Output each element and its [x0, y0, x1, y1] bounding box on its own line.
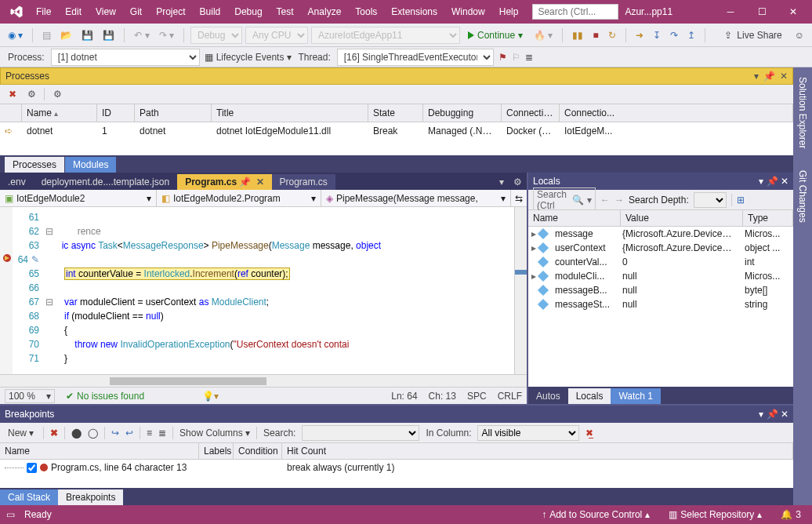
ln-indicator[interactable]: Ln: 64 [391, 391, 417, 402]
tab-deployment[interactable]: deployment.de....template.json [34, 174, 177, 190]
flag-icon[interactable]: ⚑ [498, 52, 507, 63]
ch-indicator[interactable]: Ch: 13 [429, 391, 456, 402]
close-button[interactable]: ✕ [778, 0, 809, 24]
close-tab-icon[interactable]: ✕ [256, 176, 264, 187]
feedback-icon[interactable]: ☺ [792, 28, 807, 42]
attach-icon[interactable]: ⚙ [25, 88, 38, 100]
fold-gutter[interactable]: ⊟ ⊟ [44, 207, 55, 374]
tab-program-2[interactable]: Program.cs [272, 174, 335, 190]
step-into-icon[interactable]: ↧ [650, 28, 664, 42]
code-editor[interactable]: 61626364✎65666768697071 ⊟ ⊟ rence ic asy… [0, 207, 527, 374]
pin-icon[interactable]: 📌 [767, 409, 778, 420]
panel-close-icon[interactable]: ✕ [780, 71, 788, 82]
col-conntarget[interactable]: Connectio... [560, 104, 793, 122]
filter-icon[interactable]: ⚙ [51, 88, 63, 100]
pin-icon[interactable]: 📌 [767, 176, 778, 187]
pin-icon[interactable]: 📌 [763, 71, 775, 82]
detach-icon[interactable]: ✖ [6, 88, 19, 100]
horizontal-scrollbar[interactable] [0, 374, 527, 387]
notifications-button[interactable]: 🔔3 [776, 509, 806, 520]
add-source-control-button[interactable]: ↑ Add to Source Control ▴ [537, 509, 654, 520]
stop-icon[interactable]: ■ [589, 28, 601, 42]
col-id[interactable]: ID [97, 104, 135, 122]
menu-edit[interactable]: Edit [59, 3, 88, 20]
tab-env[interactable]: .env [0, 174, 34, 190]
menu-test[interactable]: Test [270, 3, 300, 20]
issues-indicator[interactable]: ✔No issues found [66, 391, 144, 402]
step-out-icon[interactable]: ↥ [684, 28, 698, 42]
break-all-icon[interactable]: ▮▮ [569, 28, 586, 42]
tab-locals[interactable]: Locals [568, 388, 611, 404]
stack-frame-icon[interactable]: ≣ [525, 52, 533, 63]
expand-icon[interactable]: ⊞ [737, 195, 745, 206]
col-labels[interactable]: Labels [199, 443, 234, 459]
maximize-button[interactable]: ☐ [746, 0, 778, 24]
menu-help[interactable]: Help [493, 3, 525, 20]
col-debugging[interactable]: Debugging [423, 104, 502, 122]
col-path[interactable]: Path [135, 104, 212, 122]
menu-analyze[interactable]: Analyze [302, 3, 348, 20]
panel-menu-icon[interactable]: ▾ [759, 409, 763, 420]
clear-search-icon[interactable]: ✖̲ [585, 428, 593, 438]
col-conntype[interactable]: Connectio... [502, 104, 560, 122]
local-row[interactable]: messageSt...nullstring [528, 297, 793, 311]
tab-processes[interactable]: Processes [5, 157, 64, 173]
menu-view[interactable]: View [89, 3, 122, 20]
disable-all-icon[interactable]: ◯ [88, 428, 98, 438]
nav-project[interactable]: IotEdgeModule2 [16, 193, 85, 204]
tab-settings-icon[interactable]: ⚙ [509, 174, 527, 190]
tab-modules[interactable]: Modules [65, 157, 116, 173]
local-row[interactable]: ▸message{Microsoft.Azure.Devices.Cl...Mi… [528, 227, 793, 241]
import-icon[interactable]: ↩ [125, 428, 133, 438]
nav-class[interactable]: IotEdgeModule2.Program [173, 193, 281, 204]
step-over-icon[interactable]: ↷ [667, 28, 681, 42]
tab-overflow-icon[interactable]: ▾ [495, 174, 509, 190]
menu-file[interactable]: File [30, 3, 57, 20]
menu-tools[interactable]: Tools [349, 3, 383, 20]
col-state[interactable]: State [368, 104, 423, 122]
col-value[interactable]: Value [621, 210, 743, 226]
goto-disasm-icon[interactable]: ≣ [158, 428, 166, 438]
lightbulb-icon[interactable]: 💡▾ [202, 391, 219, 402]
bp-incolumn-select[interactable]: All visible [477, 425, 579, 441]
quick-search-input[interactable] [532, 4, 618, 20]
show-next-icon[interactable]: ➜ [633, 28, 647, 42]
local-row[interactable]: counterVal...0int [528, 255, 793, 269]
zoom-select[interactable]: 100 %▾ [5, 389, 55, 403]
redo-icon[interactable]: ↷ ▾ [156, 28, 177, 42]
select-repository-button[interactable]: ▥ Select Repository ▴ [664, 509, 767, 520]
restart-icon[interactable]: ↻ [605, 28, 619, 42]
save-icon[interactable]: 💾 [78, 28, 96, 42]
config-select[interactable]: Debug [190, 27, 242, 44]
menu-project[interactable]: Project [150, 3, 191, 20]
menu-window[interactable]: Window [445, 3, 491, 20]
locals-search-input[interactable]: Search (Ctrl🔍▾ [533, 187, 596, 213]
panel-menu-icon[interactable]: ▾ [754, 71, 759, 82]
live-share-button[interactable]: ⇪ Live Share [718, 30, 788, 41]
nav-method[interactable]: PipeMessage(Message message, [336, 193, 478, 204]
code-content[interactable]: rence ic async Task<MessageResponse> Pip… [55, 207, 527, 374]
panel-menu-icon[interactable]: ▾ [759, 176, 763, 187]
goto-source-icon[interactable]: ≡ [147, 428, 152, 438]
target-select[interactable]: AzureIotEdgeApp11 [311, 27, 460, 44]
process-select[interactable]: [1] dotnet [51, 49, 200, 66]
lifecycle-events-button[interactable]: ▦ Lifecycle Events ▾ [205, 52, 292, 63]
platform-select[interactable]: Any CPU [245, 27, 308, 44]
minimize-button[interactable]: ─ [715, 0, 746, 24]
process-row[interactable]: ➪ dotnet 1 dotnet dotnet IotEdgeModule11… [0, 122, 793, 140]
open-icon[interactable]: 📂 [57, 28, 75, 42]
col-title[interactable]: Title [212, 104, 368, 122]
undo-icon[interactable]: ↶ ▾ [131, 28, 152, 42]
tab-callstack[interactable]: Call Stack [0, 489, 58, 505]
show-columns-button[interactable]: Show Columns ▾ [179, 428, 250, 438]
col-hitcount[interactable]: Hit Count [282, 443, 793, 459]
eol-indicator[interactable]: CRLF [498, 391, 522, 402]
tab-autos[interactable]: Autos [528, 388, 568, 404]
bp-enabled-checkbox[interactable] [27, 463, 37, 473]
search-depth-select[interactable] [694, 192, 727, 208]
enable-all-icon[interactable]: ⬤ [71, 428, 82, 438]
bp-search-input[interactable] [302, 425, 419, 441]
menu-git[interactable]: Git [124, 3, 148, 20]
thread-select[interactable]: [16] SingleThreadEventExecutor wo [337, 49, 494, 66]
nav-back-button[interactable]: ◉ ▾ [5, 28, 26, 42]
